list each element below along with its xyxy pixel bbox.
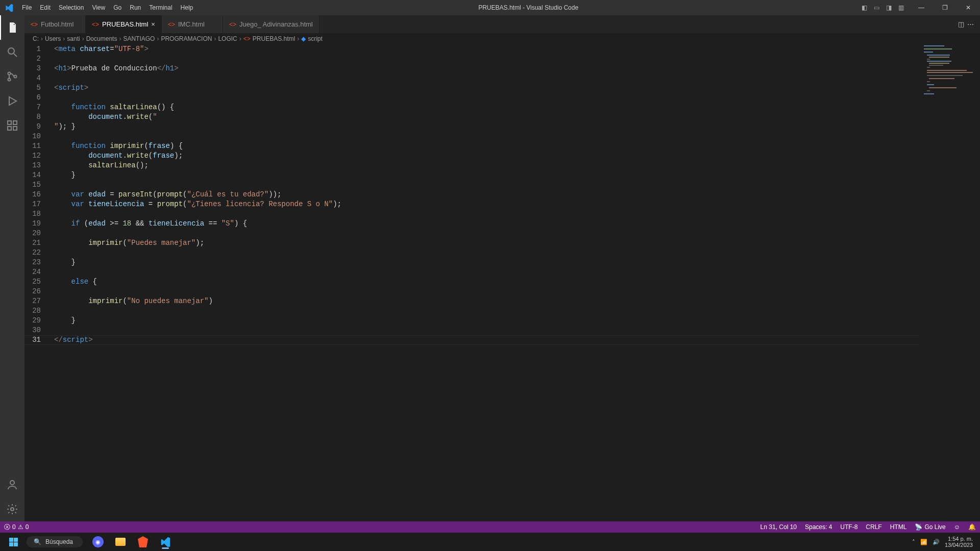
menu-bar: File Edit Selection View Go Run Terminal… xyxy=(18,0,197,15)
layout-toggle-2-icon[interactable]: ▭ xyxy=(872,4,881,11)
menu-edit[interactable]: Edit xyxy=(36,0,55,15)
search-icon: 🔍 xyxy=(34,538,41,545)
layout-toggle-1-icon[interactable]: ◧ xyxy=(860,4,869,11)
activity-search[interactable] xyxy=(0,40,24,64)
activity-debug[interactable] xyxy=(0,89,24,113)
menu-selection[interactable]: Selection xyxy=(55,0,88,15)
taskbar-search[interactable]: 🔍 Búsqueda xyxy=(27,536,83,547)
svg-point-10 xyxy=(11,508,14,511)
more-actions-icon[interactable]: ⋯ xyxy=(967,20,974,28)
close-button[interactable]: ✕ xyxy=(957,0,980,15)
taskbar-app-vscode[interactable] xyxy=(155,534,176,549)
window-controls: ― ❐ ✕ xyxy=(910,0,980,15)
maximize-button[interactable]: ❐ xyxy=(933,0,957,15)
svg-point-4 xyxy=(14,76,17,78)
layout-toggle-4-icon[interactable]: ▥ xyxy=(896,4,905,11)
status-bell[interactable]: 🔔 xyxy=(968,523,976,531)
svg-rect-7 xyxy=(13,127,17,130)
status-eol[interactable]: CRLF xyxy=(866,523,881,531)
tab-label: Juego_ Adivinanzas.html xyxy=(239,20,313,28)
taskbar-clock[interactable]: 1:54 p. m. 13/04/2023 xyxy=(945,536,977,548)
activity-explorer[interactable] xyxy=(0,15,24,40)
status-cursor[interactable]: Ln 31, Col 10 xyxy=(761,523,797,531)
menu-run[interactable]: Run xyxy=(126,0,145,15)
svg-point-9 xyxy=(10,481,14,485)
activity-bar xyxy=(0,15,24,521)
svg-point-0 xyxy=(8,48,14,54)
html-file-icon: <> xyxy=(31,21,38,28)
status-errors[interactable]: ⓧ0 ⚠0 xyxy=(4,523,29,532)
taskbar-apps: ◉ xyxy=(88,534,176,549)
breadcrumb-segment[interactable]: SANTIAGO xyxy=(123,35,155,42)
tab-juego[interactable]: <> Juego_ Adivinanzas.html xyxy=(223,15,320,33)
html-file-icon: <> xyxy=(92,21,99,28)
breadcrumb-segment[interactable]: PRUEBAS.html xyxy=(253,35,295,42)
status-spaces[interactable]: Spaces: 4 xyxy=(805,523,832,531)
breadcrumb-segment[interactable]: script xyxy=(308,35,323,42)
activity-scm[interactable] xyxy=(0,64,24,89)
minimize-button[interactable]: ― xyxy=(910,0,933,15)
status-golive[interactable]: 📡Go Live xyxy=(915,523,945,531)
breadcrumb-segment[interactable]: LOGIC xyxy=(218,35,237,42)
breadcrumb-segment[interactable]: C: xyxy=(33,35,39,42)
menu-help[interactable]: Help xyxy=(177,0,198,15)
error-count: 0 xyxy=(12,523,16,531)
error-icon: ⓧ xyxy=(4,523,10,532)
editor-layout-icons: ◧ ▭ ◨ ▥ xyxy=(860,4,910,11)
breadcrumb-segment[interactable]: santi xyxy=(67,35,80,42)
svg-line-1 xyxy=(14,54,17,57)
status-feedback[interactable]: ☺ xyxy=(954,523,960,531)
activity-settings[interactable] xyxy=(0,497,24,521)
windows-taskbar: 🔍 Búsqueda ◉ ˄ 📶 🔊 1:54 p. m. 13/04/2023 xyxy=(0,533,980,551)
taskbar-tray: ˄ 📶 🔊 1:54 p. m. 13/04/2023 xyxy=(912,536,977,548)
tray-chevron-icon[interactable]: ˄ xyxy=(912,539,915,545)
tab-pruebas[interactable]: <> PRUEBAS.html × xyxy=(86,15,162,33)
editor[interactable]: 1234567891011121314151617181920212223242… xyxy=(24,44,980,521)
svg-point-2 xyxy=(8,72,11,75)
golive-label: Go Live xyxy=(924,523,945,531)
menu-view[interactable]: View xyxy=(88,0,109,15)
vscode-icon xyxy=(0,4,18,12)
tab-label: PRUEBAS.html xyxy=(102,20,148,28)
svg-rect-5 xyxy=(8,121,11,124)
tray-volume-icon[interactable]: 🔊 xyxy=(933,539,940,545)
breadcrumb-segment[interactable]: Documents xyxy=(86,35,117,42)
tab-actions: ◫ ⋯ xyxy=(958,15,980,33)
taskbar-app-explorer[interactable] xyxy=(110,534,131,549)
svg-rect-6 xyxy=(8,127,11,130)
minimap[interactable] xyxy=(922,44,973,521)
tab-bar: <> Futbol.html <> PRUEBAS.html × <> IMC.… xyxy=(24,15,980,33)
tab-futbol[interactable]: <> Futbol.html xyxy=(24,15,86,33)
breadcrumb-segment[interactable]: PROGRAMACION xyxy=(161,35,212,42)
warning-count: 0 xyxy=(26,523,29,531)
html-file-icon: <> xyxy=(168,21,175,28)
code-content[interactable]: <meta charset="UTF-8"><h1>Prueba de Cond… xyxy=(54,44,919,345)
breadcrumb[interactable]: C:› Users› santi› Documents› SANTIAGO› P… xyxy=(24,33,980,44)
line-number-gutter: 1234567891011121314151617181920212223242… xyxy=(24,44,50,345)
start-button[interactable] xyxy=(3,534,23,549)
clock-date: 13/04/2023 xyxy=(945,542,973,548)
tab-close-icon[interactable]: × xyxy=(151,20,155,28)
clock-time: 1:54 p. m. xyxy=(945,536,973,542)
menu-terminal[interactable]: Terminal xyxy=(145,0,176,15)
window-title: PRUEBAS.html - Visual Studio Code xyxy=(197,4,860,11)
tab-imc[interactable]: <> IMC.html xyxy=(162,15,223,33)
status-bar: ⓧ0 ⚠0 Ln 31, Col 10 Spaces: 4 UTF-8 CRLF… xyxy=(0,521,980,533)
split-editor-icon[interactable]: ◫ xyxy=(958,20,964,28)
tray-wifi-icon[interactable]: 📶 xyxy=(920,539,927,545)
status-encoding[interactable]: UTF-8 xyxy=(840,523,857,531)
html-file-icon: <> xyxy=(243,35,251,42)
activity-account[interactable] xyxy=(0,472,24,497)
windows-logo-icon xyxy=(9,538,18,546)
tab-label: Futbol.html xyxy=(41,20,74,28)
menu-file[interactable]: File xyxy=(18,0,36,15)
activity-extensions[interactable] xyxy=(0,113,24,138)
taskbar-app-discord[interactable]: ◉ xyxy=(88,534,108,549)
tab-label: IMC.html xyxy=(178,20,205,28)
search-placeholder: Búsqueda xyxy=(45,538,73,545)
layout-toggle-3-icon[interactable]: ◨ xyxy=(884,4,893,11)
status-language[interactable]: HTML xyxy=(890,523,907,531)
taskbar-app-brave[interactable] xyxy=(133,534,153,549)
menu-go[interactable]: Go xyxy=(109,0,126,15)
breadcrumb-segment[interactable]: Users xyxy=(45,35,61,42)
